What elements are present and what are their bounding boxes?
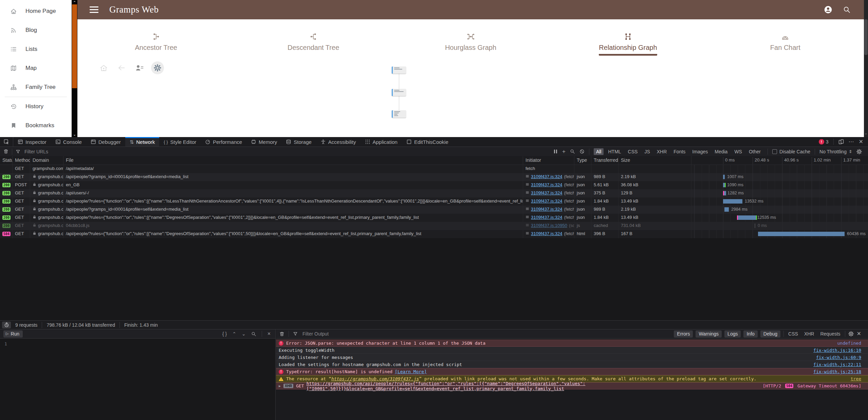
source-link[interactable]: fix-width.js:16:10 [813,348,868,353]
scroll-down-icon[interactable]: ⌄ [864,131,868,135]
console-filter-debug[interactable]: Debug [760,330,780,338]
network-request-row[interactable]: 200POSTgrampshub.comen_GB3109f437.js:324… [0,181,868,189]
timing-bar[interactable] [737,215,757,220]
sidebar-item-blog[interactable]: Blog [0,21,72,40]
initiator-link[interactable]: 3109f437.js:324 [531,198,562,204]
column-header-initiator[interactable]: Initiator [523,156,574,165]
network-request-row[interactable]: 200GETgrampshub.com/api/users/-/3109f437… [0,189,868,197]
filter-urls-input[interactable] [24,149,107,155]
filter-chip-other[interactable]: Other [746,148,763,155]
person-details-button[interactable] [133,61,146,74]
network-request-row[interactable]: 200GETgrampshub.com/api/people/?gramps_i… [0,173,868,181]
console-filter-logs[interactable]: Logs [724,330,741,338]
search-editor-icon[interactable] [251,331,256,337]
pretty-print-icon[interactable]: { } [222,331,227,336]
filter-chip-ws[interactable]: WS [732,148,744,155]
sidebar-item-home-page[interactable]: Home Page [0,2,72,21]
search-requests-icon[interactable] [570,149,575,154]
console-message-error[interactable]: !Error: JSON.parse: unexpected character… [276,340,868,347]
pick-element-icon[interactable] [0,137,13,147]
performance-analysis-icon[interactable] [2,322,11,328]
menu-icon[interactable] [90,6,98,13]
sidebar-item-bookmarks[interactable]: Bookmarks [0,116,72,135]
devtools-tab-console[interactable]: Console [51,137,86,147]
clear-console-icon[interactable] [279,331,284,337]
pause-icon[interactable] [554,149,558,154]
error-count-badge[interactable]: ! 3 [819,139,829,145]
column-header-waterfall[interactable]: 0 ms20.48 s40.96 s1.02 min1.37 min [691,156,868,165]
timing-bar[interactable] [723,183,726,187]
filter-chip-js[interactable]: JS [642,148,652,155]
devtools-tab-application[interactable]: Application [361,137,402,147]
filter-chip-xhr[interactable]: XHR [654,148,669,155]
column-header-method[interactable]: Method [13,156,30,165]
console-filter-xhr[interactable]: XHR [803,331,816,337]
filter-chip-fonts[interactable]: Fonts [671,148,688,155]
initiator-link[interactable]: 3109f437.js:324 [531,174,562,179]
timing-bar[interactable] [724,207,729,212]
sidebar-scrollbar-thumb[interactable] [72,4,77,88]
tab-hourglass-graph[interactable]: Hourglass Graph [392,31,549,56]
initiator-link[interactable]: 3109f437.js:324 [531,207,562,212]
timing-bar[interactable] [723,175,725,179]
person-node[interactable] [392,66,406,74]
filter-chip-images[interactable]: Images [690,148,710,155]
table-header[interactable]: StatusMethodDomainFileInitiatorTypeTrans… [0,156,868,165]
console-message-error[interactable]: !TypeError: result[hostName] is undefine… [276,368,868,375]
home-person-button[interactable] [97,61,110,74]
source-link[interactable]: fix-width.js:22:11 [813,362,868,367]
request-url-link[interactable]: https://grampshub.com/api/people/?rules=… [307,381,763,391]
new-request-icon[interactable]: + [562,148,566,155]
person-node[interactable] [392,110,406,118]
network-request-row[interactable]: 200GETgrampshub.com04cbb1c8.js3109f437.j… [0,222,868,230]
close-console-icon[interactable]: ✕ [857,331,861,337]
filter-chip-html[interactable]: HTML [606,148,623,155]
timing-bar[interactable] [723,191,726,195]
timing-bar[interactable] [755,224,755,228]
console-filter-css[interactable]: CSS [787,331,799,337]
editor-line-number[interactable]: 1 [0,339,275,346]
back-button[interactable] [115,61,128,74]
console-filter-errors[interactable]: Errors [674,330,693,338]
devtools-tab-inspector[interactable]: Inspector [13,137,51,147]
page-scrollbar[interactable]: ⌄ [864,0,868,137]
sidebar-item-map[interactable]: Map [0,59,72,78]
run-button[interactable]: ▷Run [3,330,23,338]
column-header-size[interactable]: Size [618,156,691,165]
column-header-domain[interactable]: Domain [30,156,63,165]
tab-descendant-tree[interactable]: Descendant Tree [235,31,392,56]
console-message-log[interactable]: Loaded the settings for hostname grampsh… [276,361,868,368]
initiator-link[interactable]: 3109f437.js:324 [531,215,562,220]
source-link[interactable]: fix-width.js:60:9 [816,355,868,360]
filter-output-input[interactable] [302,331,368,337]
console-filter-warnings[interactable]: Warnings [696,330,722,338]
learn-more-link[interactable]: [Learn More] [395,369,427,374]
filter-chip-media[interactable]: Media [712,148,730,155]
column-header-status[interactable]: Status [0,156,13,165]
devtools-tab-performance[interactable]: Performance [201,137,246,147]
page-scrollbar-thumb[interactable] [864,19,868,55]
devtools-tab-network[interactable]: ⇅Network [125,137,160,147]
column-header-file[interactable]: File [63,156,523,165]
filter-chip-all[interactable]: All [594,148,604,155]
sidebar-item-family-tree[interactable]: Family Tree [0,78,72,97]
network-request-row[interactable]: 200GETgrampshub.com/api/people/?gramps_i… [0,206,868,214]
devtools-close-icon[interactable]: ✕ [859,139,863,145]
console-message-log[interactable]: Adding listener for messagesfix-width.js… [276,354,868,361]
console-message-log[interactable]: Executing toggleWidthfix-width.js:16:10 [276,347,868,354]
timing-bar[interactable] [723,199,742,204]
account-icon[interactable] [824,5,833,14]
filter-chip-css[interactable]: CSS [626,148,640,155]
network-request-row[interactable]: 504GETgrampshub.com/api/people/?rules={"… [0,230,868,238]
responsive-mode-icon[interactable] [838,139,844,145]
block-requests-icon[interactable] [579,149,585,154]
scroll-up-icon[interactable]: ⌃ [72,1,77,4]
devtools-tab-style-editor[interactable]: { }Style Editor [159,137,201,147]
devtools-tab-editthiscookie[interactable]: EditThisCookie [402,137,453,147]
disable-cache-checkbox[interactable]: Disable Cache [772,149,810,154]
sidebar-scrollbar[interactable]: ⌃ ⌄ [72,0,77,137]
column-header-type[interactable]: Type [574,156,591,165]
next-expression-icon[interactable]: ⌄ [242,331,246,336]
console-message-network-error[interactable]: ▶XHRGEThttps://grampshub.com/api/people/… [276,382,868,389]
devtools-menu-icon[interactable]: ⋯ [849,139,854,145]
